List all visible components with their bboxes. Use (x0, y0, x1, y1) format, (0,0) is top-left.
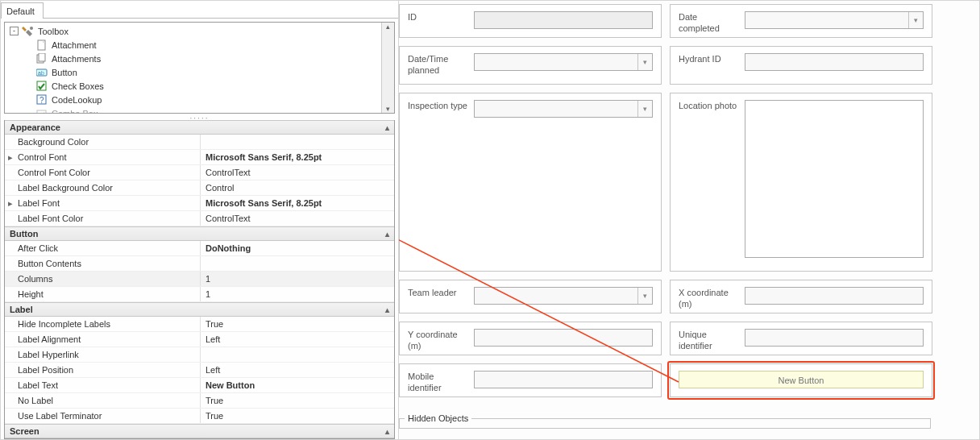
property-name: Label Position (16, 365, 200, 375)
left-panel: Default - Toolbox Attachment (1, 1, 399, 439)
property-value[interactable]: 1 (200, 272, 394, 286)
toolbox-title: Toolbox (38, 27, 69, 36)
toolbox-item-label: Button (52, 68, 77, 77)
property-value[interactable]: DoNothing (200, 241, 394, 255)
hidden-objects-group: Hidden Objects (399, 413, 931, 429)
toolbox-panel: - Toolbox Attachment Attachme (4, 22, 395, 114)
toolbox-item-label: Combo Box (52, 109, 98, 114)
toolbox-icon (22, 25, 35, 38)
toolbox-item-combobox[interactable]: Combo Box (6, 106, 381, 113)
property-row[interactable]: Label Hyperlink (5, 347, 394, 363)
field-input-y-coord[interactable] (474, 329, 653, 347)
toolbox-item-label: Attachments (52, 54, 101, 64)
field-input-x-coord[interactable] (745, 287, 924, 305)
dropdown-icon[interactable]: ▾ (637, 101, 652, 117)
field-label-hydrant-id: Hydrant ID (679, 53, 745, 64)
property-row[interactable]: Label Background ColorControl (5, 181, 394, 196)
svg-text:?: ? (39, 96, 44, 105)
field-label-location-photo: Location photo (679, 100, 745, 111)
form-designer: ID Date completed ▾ Date/Time planned ▾ … (399, 1, 979, 439)
property-value[interactable]: Control (200, 181, 394, 195)
property-value[interactable]: Microsoft Sans Serif, 8.25pt (200, 196, 394, 210)
splitter[interactable]: ····· (4, 114, 395, 120)
chevron-up-icon: ▴ (385, 230, 389, 239)
button-icon: ab (35, 66, 48, 79)
property-row[interactable]: Use Label TerminatorTrue (5, 409, 394, 424)
property-value[interactable]: Left (200, 332, 394, 347)
property-row[interactable]: Height1 (5, 287, 394, 302)
property-name: Label Alignment (16, 334, 200, 344)
property-value[interactable]: New Button (200, 378, 394, 392)
field-input-mobile-id[interactable] (474, 371, 653, 388)
property-value[interactable]: ControlText (200, 165, 394, 180)
tab-default[interactable]: Default (1, 2, 44, 19)
svg-rect-3 (39, 53, 45, 61)
property-value[interactable]: True (200, 409, 394, 423)
toolbox-scrollbar[interactable]: ▴ ▾ (381, 23, 394, 113)
property-value[interactable]: 1 (200, 287, 394, 301)
field-label-team-leader: Team leader (408, 287, 474, 298)
expand-icon[interactable]: ▸ (5, 198, 16, 209)
hidden-objects-legend: Hidden Objects (405, 413, 471, 423)
property-row[interactable]: Background Color (5, 135, 394, 150)
property-row[interactable]: Control Font ColorControlText (5, 165, 394, 181)
tab-strip: Default (1, 1, 398, 19)
property-category-button[interactable]: Button▴ (5, 226, 394, 241)
property-name: Control Font Color (16, 168, 200, 177)
property-name: Button Contents (16, 259, 200, 268)
property-value[interactable]: ControlText (200, 211, 394, 226)
field-input-inspection-type[interactable]: ▾ (474, 100, 653, 118)
property-category-screen[interactable]: Screen▴ (5, 424, 394, 438)
property-row[interactable]: No LabelTrue (5, 393, 394, 409)
property-value[interactable]: True (200, 393, 394, 408)
checkbox-icon (35, 80, 48, 93)
toolbox-item-codelookup[interactable]: ? CodeLookup (6, 93, 381, 106)
property-value[interactable] (200, 256, 394, 271)
toolbox-root[interactable]: - Toolbox (6, 24, 381, 38)
file-icon (35, 39, 48, 52)
toolbox-item-checkboxes[interactable]: Check Boxes (6, 79, 381, 93)
field-input-unique-id[interactable] (745, 329, 924, 347)
property-value[interactable]: Left (200, 363, 394, 377)
property-value[interactable] (200, 135, 394, 149)
property-category-appearance[interactable]: Appearance▴ (5, 120, 394, 135)
dropdown-icon[interactable]: ▾ (908, 12, 923, 28)
field-label-x-coord: X coordinate (m) (679, 287, 745, 309)
property-row[interactable]: Label PositionLeft (5, 363, 394, 378)
new-button-control[interactable]: New Button (679, 371, 924, 388)
property-value[interactable]: True (200, 317, 394, 331)
expand-icon[interactable]: ▸ (5, 152, 16, 163)
dropdown-icon[interactable]: ▾ (637, 54, 652, 70)
scroll-up-icon[interactable]: ▴ (386, 23, 390, 31)
property-name: Hide Incomplete Labels (16, 319, 200, 329)
field-input-datetime-planned[interactable]: ▾ (474, 53, 653, 71)
field-photo-box[interactable] (745, 100, 924, 258)
property-row[interactable]: Label Font ColorControlText (5, 211, 394, 226)
help-icon: ? (35, 93, 48, 106)
toolbox-item-attachments[interactable]: Attachments (6, 52, 381, 65)
field-input-hydrant-id[interactable] (745, 53, 924, 71)
field-input-team-leader[interactable]: ▾ (474, 287, 653, 305)
svg-rect-6 (37, 81, 46, 90)
collapse-icon[interactable]: - (10, 27, 19, 35)
property-row[interactable]: Label TextNew Button (5, 378, 394, 393)
property-row[interactable]: Label AlignmentLeft (5, 332, 394, 347)
toolbox-item-button[interactable]: ab Button (6, 65, 381, 79)
field-input-date-completed[interactable]: ▾ (745, 11, 924, 29)
property-row[interactable]: Columns1 (5, 272, 394, 287)
field-input-id[interactable] (474, 11, 653, 29)
property-value[interactable] (200, 347, 394, 362)
toolbox-item-attachment[interactable]: Attachment (6, 38, 381, 52)
property-row[interactable]: Hide Incomplete LabelsTrue (5, 317, 394, 332)
property-row[interactable]: ▸Label FontMicrosoft Sans Serif, 8.25pt (5, 196, 394, 211)
property-value[interactable]: Microsoft Sans Serif, 8.25pt (200, 150, 394, 164)
property-name: Height (16, 289, 200, 299)
property-row[interactable]: Button Contents (5, 256, 394, 272)
property-category-label[interactable]: Label▴ (5, 302, 394, 317)
dropdown-icon[interactable]: ▾ (637, 288, 652, 304)
property-row[interactable]: After ClickDoNothing (5, 241, 394, 256)
scroll-down-icon[interactable]: ▾ (386, 105, 390, 113)
property-row[interactable]: ▸Control FontMicrosoft Sans Serif, 8.25p… (5, 150, 394, 165)
property-name: Columns (16, 274, 200, 284)
property-name: Label Background Color (16, 183, 200, 193)
